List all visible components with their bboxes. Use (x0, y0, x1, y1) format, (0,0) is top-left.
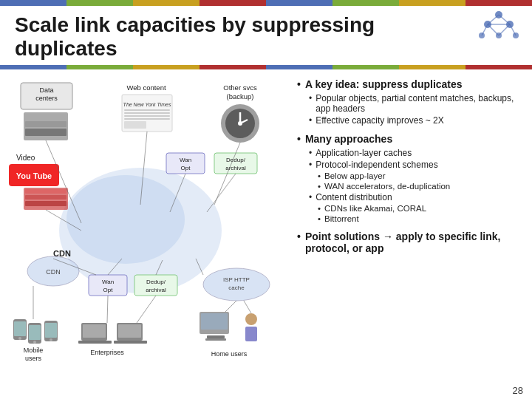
text-panel: A key idea: suppress duplicates Popular … (288, 75, 525, 386)
bullet-2-sub-1: Application-layer caches (309, 148, 516, 158)
svg-rect-78 (114, 341, 147, 344)
svg-rect-20 (25, 121, 66, 127)
bullet-2-sub-3-sub-2: Bittorrent (318, 214, 516, 223)
svg-text:CDN: CDN (46, 268, 61, 276)
svg-rect-26 (124, 112, 170, 114)
top-color-bar (0, 0, 532, 6)
svg-rect-41 (25, 189, 66, 194)
svg-rect-85 (245, 327, 257, 341)
svg-line-99 (137, 296, 156, 323)
title-area: Scale link capacities by suppressing dup… (0, 6, 532, 65)
bullet-2-sub-2: Protocol-independent schemes (309, 160, 516, 170)
svg-text:archival: archival (146, 287, 166, 293)
svg-text:(backup): (backup) (227, 92, 254, 100)
svg-line-7 (499, 15, 510, 24)
svg-rect-69 (45, 323, 57, 338)
bullet-2-sub-2-sub-2: WAN accelerators, de-duplication (318, 182, 516, 191)
svg-text:users: users (25, 355, 42, 362)
bullet-3-title: Point solutions → apply to specific link… (297, 231, 516, 254)
svg-text:Opt: Opt (103, 287, 114, 293)
svg-point-14 (66, 175, 185, 264)
svg-point-64 (18, 337, 21, 340)
bullet-1-sub-2: Effective capacity improves ~ 2X (309, 115, 516, 126)
main-content: Data centers Web content The New York Ti… (0, 75, 532, 386)
svg-point-84 (245, 313, 257, 325)
svg-point-67 (33, 341, 36, 344)
svg-rect-83 (205, 338, 226, 341)
svg-text:Opt: Opt (181, 165, 191, 171)
svg-text:Data: Data (39, 86, 53, 94)
svg-text:Mobile: Mobile (24, 347, 44, 354)
svg-rect-77 (118, 324, 141, 338)
bullet-2-sub-3: Content distribution (309, 192, 516, 202)
svg-text:You Tube: You Tube (16, 171, 52, 180)
svg-text:ISP HTTP: ISP HTTP (223, 276, 250, 283)
svg-text:Dedup/: Dedup/ (226, 157, 246, 163)
svg-rect-66 (29, 325, 41, 340)
bullet-2-sub-2-sub-1: Below app-layer (318, 171, 516, 180)
svg-text:Enterprises: Enterprises (90, 349, 124, 356)
svg-rect-74 (83, 324, 106, 338)
svg-line-101 (244, 301, 251, 313)
svg-point-36 (238, 121, 242, 126)
bullet-1: A key idea: suppress duplicates Popular … (297, 78, 516, 126)
svg-rect-27 (124, 115, 170, 117)
svg-text:Video: Video (16, 154, 35, 162)
svg-line-6 (488, 15, 499, 24)
svg-text:Other svcs: Other svcs (223, 83, 257, 92)
slide-number: 28 (513, 385, 523, 396)
svg-rect-82 (207, 335, 225, 338)
svg-text:The New York Times: The New York Times (123, 102, 171, 107)
svg-rect-19 (25, 114, 66, 120)
bullet-1-title: A key idea: suppress duplicates (297, 78, 516, 90)
svg-text:Dedup/: Dedup/ (146, 279, 166, 285)
bullet-3: Point solutions → apply to specific link… (297, 231, 516, 254)
svg-point-70 (50, 338, 52, 341)
svg-text:Wan: Wan (180, 157, 191, 163)
svg-line-10 (488, 24, 499, 35)
slide-title: Scale link capacities by suppressing dup… (15, 13, 517, 61)
svg-text:Wan: Wan (102, 279, 114, 285)
svg-rect-29 (124, 121, 146, 129)
svg-rect-43 (25, 201, 66, 206)
svg-line-92 (207, 174, 236, 212)
logo-area (473, 6, 525, 47)
svg-line-11 (499, 24, 510, 35)
svg-rect-75 (78, 341, 112, 344)
bullet-2: Many approaches Application-layer caches… (297, 133, 516, 223)
svg-line-100 (225, 301, 236, 312)
bottom-title-bar (0, 65, 532, 69)
bullet-2-title: Many approaches (297, 133, 516, 145)
svg-rect-21 (25, 129, 66, 136)
svg-rect-28 (124, 118, 170, 120)
bullet-1-sub-1: Popular objects, partial content matches… (309, 93, 516, 114)
diagram-area: Data centers Web content The New York Ti… (7, 75, 288, 386)
svg-rect-42 (25, 195, 66, 200)
svg-text:cache: cache (228, 284, 245, 291)
svg-text:Web content: Web content (126, 83, 166, 92)
svg-text:Home users: Home users (211, 350, 248, 358)
svg-rect-81 (201, 313, 228, 330)
svg-line-98 (107, 296, 108, 323)
svg-rect-63 (14, 321, 26, 336)
bullet-2-sub-3-sub-1: CDNs like Akamai, CORAL (318, 204, 516, 213)
svg-text:centers: centers (35, 95, 58, 102)
svg-rect-25 (124, 109, 170, 111)
